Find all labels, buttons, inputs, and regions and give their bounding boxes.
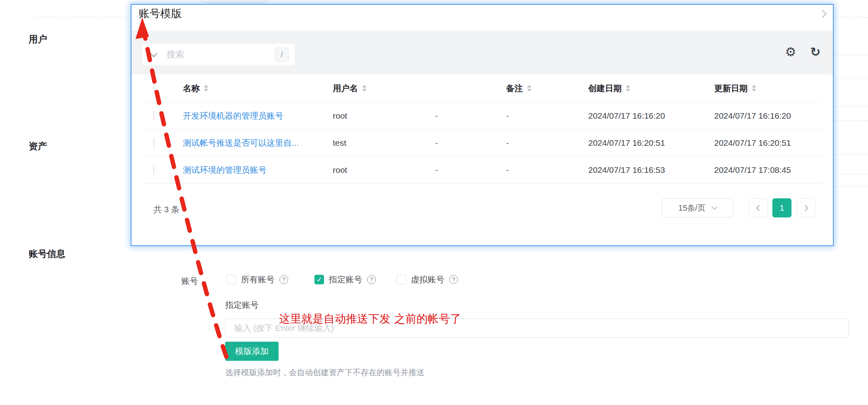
account-name-link[interactable]: 测试帐号推送是否可以这里自... xyxy=(183,137,299,149)
column-header-remark[interactable]: 备注 xyxy=(506,83,532,94)
section-label-users: 用户 xyxy=(29,33,47,45)
username-cell: root xyxy=(333,165,347,175)
chevron-left-icon xyxy=(756,205,762,211)
specified-accounts-label: 指定账号 xyxy=(225,299,259,311)
checkbox-all-accounts[interactable] xyxy=(227,275,236,284)
handwritten-annotation: 这里就是自动推送下发 之前的帐号了 xyxy=(279,311,461,327)
background-row-divider xyxy=(835,121,868,121)
table-row: 测试帐号推送是否可以这里自... test - - 2024/07/17 16:… xyxy=(143,129,822,157)
updated-cell: 2024/07/17 17:08:45 xyxy=(714,165,791,175)
remark-cell: - xyxy=(506,138,509,148)
background-element-fragment xyxy=(201,0,267,3)
chevron-right-icon[interactable] xyxy=(819,10,827,18)
row-checkbox[interactable] xyxy=(153,165,154,175)
sort-icon[interactable] xyxy=(204,85,208,92)
table-header-row: 名称 用户名 备注 创建日期 更新日期 xyxy=(143,74,822,102)
account-template-drawer: 账号模版 / 名称 用户名 xyxy=(131,4,834,246)
empty-cell: - xyxy=(435,138,438,148)
search-shortcut-badge: / xyxy=(275,47,289,62)
username-cell: root xyxy=(333,111,347,121)
search-input[interactable] xyxy=(167,49,275,60)
checkbox-virtual-accounts[interactable] xyxy=(397,275,406,284)
total-count: 共 3 条 xyxy=(153,204,179,215)
column-header-updated[interactable]: 更新日期 xyxy=(714,83,756,94)
gear-icon[interactable] xyxy=(784,45,798,59)
column-header-username[interactable]: 用户名 xyxy=(333,83,367,94)
help-icon[interactable]: ? xyxy=(449,275,458,284)
chevron-down-icon[interactable] xyxy=(150,50,157,57)
select-all-checkbox[interactable] xyxy=(153,83,154,93)
section-label-assets: 资产 xyxy=(29,140,47,153)
page-size-select[interactable]: 15条/页 xyxy=(662,198,733,217)
updated-cell: 2024/07/17 16:20:51 xyxy=(714,138,791,148)
account-name-link[interactable]: 开发环境机器的管理员账号 xyxy=(183,110,283,121)
option-specified-accounts: 指定账号 ? xyxy=(314,274,376,285)
search-box[interactable]: / xyxy=(142,44,295,65)
table-row: 测试环境的管理员账号 root - - 2024/07/17 16:16:53 … xyxy=(143,157,822,184)
table-toolbar: / xyxy=(132,31,833,74)
sort-icon[interactable] xyxy=(362,85,367,92)
empty-cell: - xyxy=(435,165,438,175)
screen: 用户 资产 账号信息 账号模版 / 名称 xyxy=(0,0,868,405)
row-checkbox[interactable] xyxy=(153,138,154,148)
help-icon[interactable]: ? xyxy=(279,275,288,284)
prev-page-button[interactable] xyxy=(748,198,768,217)
sort-icon[interactable] xyxy=(626,85,630,92)
background-row-divider xyxy=(835,186,868,187)
drawer-title: 账号模版 xyxy=(139,6,182,21)
background-row-divider xyxy=(835,106,868,107)
background-row-divider xyxy=(835,55,868,55)
refresh-icon[interactable] xyxy=(808,45,823,59)
column-header-created[interactable]: 创建日期 xyxy=(588,83,630,94)
chevron-down-icon xyxy=(712,204,717,209)
background-row-divider xyxy=(36,17,131,18)
remark-cell: - xyxy=(506,111,509,121)
checkbox-specified-accounts[interactable] xyxy=(314,275,324,284)
created-cell: 2024/07/17 16:16:53 xyxy=(588,165,665,175)
search-input-wrap xyxy=(167,49,275,60)
background-row-divider xyxy=(835,174,868,174)
table-row: 开发环境机器的管理员账号 root - - 2024/07/17 16:16:2… xyxy=(143,102,822,129)
remark-cell: - xyxy=(506,165,509,175)
option-all-accounts: 所有账号 ? xyxy=(227,274,288,285)
help-icon[interactable]: ? xyxy=(367,275,376,284)
username-cell: test xyxy=(333,138,346,148)
created-cell: 2024/07/17 16:16:20 xyxy=(588,111,665,121)
account-name-link[interactable]: 测试环境的管理员账号 xyxy=(183,164,267,176)
chevron-right-icon xyxy=(802,205,808,211)
accounts-table: 名称 用户名 备注 创建日期 更新日期 xyxy=(143,74,822,184)
column-header-name[interactable]: 名称 xyxy=(183,83,208,94)
option-virtual-accounts: 虚拟账号 ? xyxy=(397,274,458,285)
sort-icon[interactable] xyxy=(752,85,756,92)
empty-cell: - xyxy=(435,111,438,121)
template-add-helper-text: 选择模版添加时，会自动创建资产下不存在的账号并推送 xyxy=(225,367,424,378)
updated-cell: 2024/07/17 16:16:20 xyxy=(714,111,791,121)
account-field-label: 账号 xyxy=(181,276,198,287)
next-page-button[interactable] xyxy=(796,198,815,217)
page-number-current[interactable]: 1 xyxy=(772,198,791,217)
created-cell: 2024/07/17 16:20:51 xyxy=(588,138,665,148)
background-row-divider xyxy=(835,17,868,18)
background-row-divider xyxy=(835,154,868,155)
background-row-divider xyxy=(835,78,868,79)
sort-icon[interactable] xyxy=(527,85,532,92)
row-checkbox[interactable] xyxy=(153,111,154,121)
section-label-account-info: 账号信息 xyxy=(29,248,65,260)
template-add-button[interactable]: 模版添加 xyxy=(225,342,279,361)
